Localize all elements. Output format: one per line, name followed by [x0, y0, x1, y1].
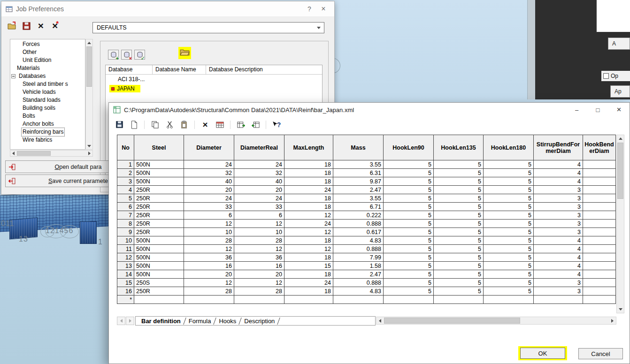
- tree-item-vehicle-loads[interactable]: Vehicle loads: [10, 88, 85, 96]
- data-cell[interactable]: 5: [434, 262, 484, 270]
- row-header-cell[interactable]: 12: [117, 253, 134, 262]
- delete-preferences-icon[interactable]: ×: [35, 20, 46, 31]
- partial-button-top[interactable]: A: [608, 38, 630, 50]
- save-preferences-icon[interactable]: [21, 20, 32, 31]
- row-header-cell[interactable]: 4: [117, 186, 134, 194]
- data-cell[interactable]: 24: [284, 279, 333, 287]
- data-cell[interactable]: 24: [234, 194, 284, 203]
- data-cell[interactable]: [583, 279, 616, 287]
- data-cell[interactable]: 5: [384, 203, 434, 211]
- data-cell[interactable]: [534, 296, 583, 304]
- data-cell[interactable]: 5: [484, 194, 534, 203]
- data-cell[interactable]: [583, 220, 616, 228]
- data-cell[interactable]: [583, 194, 616, 203]
- data-cell[interactable]: 20: [234, 270, 284, 279]
- data-cell[interactable]: 4: [534, 177, 583, 186]
- data-cell[interactable]: [583, 287, 616, 296]
- column-header-mass[interactable]: Mass: [333, 135, 384, 160]
- data-cell[interactable]: [484, 296, 534, 304]
- data-cell[interactable]: 5: [434, 287, 484, 296]
- data-cell[interactable]: 5: [484, 160, 534, 169]
- tab-formula[interactable]: Formula: [185, 317, 215, 325]
- close-button[interactable]: ×: [316, 5, 330, 13]
- maximize-button[interactable]: □: [587, 103, 608, 117]
- data-cell[interactable]: 18: [284, 160, 333, 169]
- add-database-button[interactable]: +: [108, 50, 119, 60]
- data-cell[interactable]: 24: [184, 160, 234, 169]
- database-row-selected[interactable]: JAPAN: [106, 84, 322, 93]
- data-cell[interactable]: 5: [434, 169, 484, 177]
- data-cell[interactable]: 5: [384, 194, 434, 203]
- data-cell[interactable]: 40: [234, 177, 284, 186]
- data-cell[interactable]: [583, 177, 616, 186]
- partial-button-bottom[interactable]: Ap: [610, 85, 630, 98]
- data-cell[interactable]: 4: [534, 236, 583, 245]
- data-cell[interactable]: 5: [484, 253, 534, 262]
- data-cell[interactable]: 9.87: [333, 177, 384, 186]
- data-cell[interactable]: 0.888: [333, 245, 384, 253]
- row-header-cell[interactable]: 3: [117, 177, 134, 186]
- data-cell[interactable]: 24: [184, 194, 234, 203]
- data-cell[interactable]: 18: [284, 287, 333, 296]
- scroll-down-icon[interactable]: [617, 306, 624, 313]
- data-cell[interactable]: 250R: [134, 228, 184, 236]
- scroll-up-icon[interactable]: [617, 135, 624, 142]
- column-header-database-name[interactable]: Database Name: [153, 65, 206, 74]
- data-cell[interactable]: 4: [534, 262, 583, 270]
- previous-sheet-icon[interactable]: [117, 317, 125, 325]
- data-cell[interactable]: 36: [184, 253, 234, 262]
- data-cell[interactable]: 250S: [134, 279, 184, 287]
- column-header-hooklen180[interactable]: HookLen180: [484, 135, 534, 160]
- data-cell[interactable]: 5: [384, 220, 434, 228]
- data-cell[interactable]: 20: [184, 186, 234, 194]
- data-cell[interactable]: 6: [184, 211, 234, 220]
- job-preferences-titlebar[interactable]: Job Preferences ? ×: [1, 1, 334, 17]
- tree-horizontal-scrollbar[interactable]: [10, 150, 93, 157]
- tree-item-forces[interactable]: Forces: [10, 40, 85, 48]
- data-cell[interactable]: 12: [234, 279, 284, 287]
- table-vertical-scrollbar[interactable]: [616, 135, 624, 313]
- tree-item-anchor-bolts[interactable]: Anchor bolts: [10, 120, 85, 128]
- data-cell[interactable]: 5: [384, 160, 434, 169]
- data-cell[interactable]: 500N: [134, 160, 184, 169]
- data-cell[interactable]: 18: [284, 169, 333, 177]
- data-cell[interactable]: 3.55: [333, 160, 384, 169]
- data-cell[interactable]: 5: [434, 194, 484, 203]
- data-cell[interactable]: [583, 236, 616, 245]
- data-cell[interactable]: [583, 203, 616, 211]
- tree-item-wire-fabrics[interactable]: Wire fabrics: [10, 136, 85, 144]
- data-cell[interactable]: 32: [234, 169, 284, 177]
- data-cell[interactable]: 250R: [134, 186, 184, 194]
- data-cell[interactable]: [384, 296, 434, 304]
- data-cell[interactable]: 18: [284, 270, 333, 279]
- export-table-icon[interactable]: [235, 119, 246, 130]
- row-header-cell[interactable]: 15: [117, 279, 134, 287]
- data-cell[interactable]: 12: [184, 220, 234, 228]
- data-cell[interactable]: 500N: [134, 253, 184, 262]
- data-cell[interactable]: 5: [434, 160, 484, 169]
- data-cell[interactable]: 5: [434, 279, 484, 287]
- data-cell[interactable]: 18: [284, 177, 333, 186]
- data-cell[interactable]: 12: [234, 245, 284, 253]
- data-cell[interactable]: 24: [284, 220, 333, 228]
- column-header-maxlength[interactable]: MaxLength: [284, 135, 333, 160]
- data-cell[interactable]: [583, 228, 616, 236]
- data-cell[interactable]: 3: [534, 287, 583, 296]
- tree-item-steel-and-timber-s[interactable]: Steel and timber s: [10, 80, 85, 88]
- scroll-left-icon[interactable]: [376, 317, 384, 324]
- data-cell[interactable]: 3: [534, 220, 583, 228]
- row-header-cell[interactable]: 10: [117, 236, 134, 245]
- row-header-cell[interactable]: 6: [117, 203, 134, 211]
- data-cell[interactable]: 500N: [134, 270, 184, 279]
- table-icon[interactable]: [214, 119, 225, 130]
- data-cell[interactable]: 5: [484, 228, 534, 236]
- data-cell[interactable]: 5: [434, 228, 484, 236]
- data-cell[interactable]: 12: [184, 245, 234, 253]
- data-cell[interactable]: 5: [434, 236, 484, 245]
- data-cell[interactable]: [583, 160, 616, 169]
- data-cell[interactable]: 3: [534, 279, 583, 287]
- data-cell[interactable]: 5: [484, 287, 534, 296]
- collapse-minus-icon[interactable]: [11, 74, 15, 78]
- open-database-button-highlighted[interactable]: [178, 47, 191, 59]
- help-button[interactable]: ?: [302, 5, 316, 13]
